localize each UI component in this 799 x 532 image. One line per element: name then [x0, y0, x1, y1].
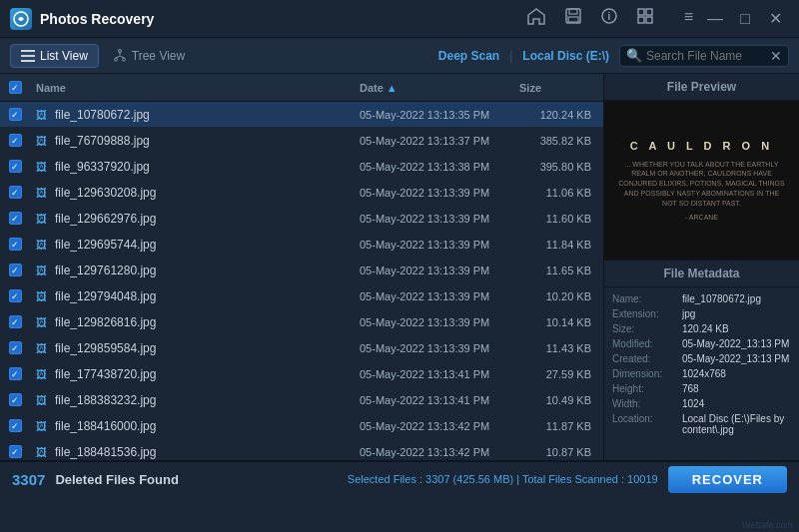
- size-column-header[interactable]: Size: [513, 82, 603, 94]
- file-row[interactable]: 🖼 file_129662976.jpg 05-May-2022 13:13:3…: [0, 206, 603, 232]
- row-checkbox[interactable]: [9, 264, 22, 276]
- file-size: 10.49 KB: [513, 394, 603, 406]
- hamburger-icon[interactable]: ≡: [684, 8, 693, 30]
- meta-label: Location:: [612, 413, 682, 435]
- file-icon: 🖼: [36, 420, 50, 432]
- select-all-checkbox[interactable]: [9, 81, 22, 94]
- file-size: 11.60 KB: [513, 213, 603, 225]
- file-size: 120.24 KB: [513, 109, 603, 121]
- row-checkbox[interactable]: [9, 445, 22, 458]
- file-size: 10.20 KB: [513, 290, 603, 302]
- row-checkbox[interactable]: [9, 186, 22, 199]
- file-icon: 🖼: [36, 109, 50, 121]
- meta-label: Size:: [612, 323, 682, 334]
- svg-rect-12: [21, 60, 35, 62]
- row-checkbox[interactable]: [9, 108, 22, 121]
- file-row[interactable]: 🖼 file_188416000.jpg 05-May-2022 13:13:4…: [0, 413, 603, 439]
- info-icon[interactable]: i: [600, 7, 618, 30]
- file-icon: 🖼: [36, 265, 50, 276]
- file-name: 🖼 file_188383232.jpg: [30, 393, 354, 407]
- meta-value: 05-May-2022_13:13 PM: [682, 338, 791, 349]
- file-icon: 🖼: [36, 394, 50, 406]
- toolbar-right: Deep Scan | Local Disc (E:\) 🔍 ✕: [438, 45, 789, 67]
- metadata-row: Width:1024: [612, 398, 791, 409]
- close-button[interactable]: ✕: [761, 8, 789, 30]
- file-row[interactable]: 🖼 file_96337920.jpg 05-May-2022 13:13:38…: [0, 154, 603, 180]
- grid-icon[interactable]: [636, 7, 654, 30]
- search-input[interactable]: [646, 49, 766, 63]
- file-row[interactable]: 🖼 file_129761280.jpg 05-May-2022 13:13:3…: [0, 258, 603, 283]
- row-checkbox[interactable]: [9, 238, 22, 251]
- file-date: 05-May-2022 13:13:42 PM: [354, 420, 513, 432]
- svg-rect-6: [638, 9, 644, 15]
- file-icon: 🖼: [36, 187, 50, 199]
- file-icon: 🖼: [36, 446, 50, 458]
- meta-label: Extension:: [612, 308, 682, 319]
- minimize-button[interactable]: —: [701, 8, 729, 30]
- search-icon: 🔍: [626, 48, 642, 63]
- file-row[interactable]: 🖼 file_129859584.jpg 05-May-2022 13:13:3…: [0, 335, 603, 361]
- list-view-button[interactable]: List View: [10, 44, 99, 68]
- row-checkbox[interactable]: [9, 393, 22, 406]
- file-size: 10.14 KB: [513, 316, 603, 328]
- file-row[interactable]: 🖼 file_129630208.jpg 05-May-2022 13:13:3…: [0, 180, 603, 206]
- row-checkbox[interactable]: [9, 315, 22, 328]
- save-icon[interactable]: [564, 7, 582, 30]
- recover-button[interactable]: RECOVER: [668, 466, 787, 493]
- file-row[interactable]: 🖼 file_10780672.jpg 05-May-2022 13:13:35…: [0, 102, 603, 128]
- home-icon[interactable]: [526, 7, 546, 30]
- clear-search-icon[interactable]: ✕: [770, 48, 782, 64]
- file-row[interactable]: 🖼 file_188383232.jpg 05-May-2022 13:13:4…: [0, 387, 603, 413]
- file-row[interactable]: 🖼 file_177438720.jpg 05-May-2022 13:13:4…: [0, 361, 603, 387]
- file-name: 🖼 file_96337920.jpg: [30, 160, 354, 174]
- app-title: Photos Recovery: [40, 11, 526, 27]
- svg-point-13: [118, 49, 121, 52]
- file-row[interactable]: 🖼 file_129794048.jpg 05-May-2022 13:13:3…: [0, 283, 603, 309]
- file-date: 05-May-2022 13:13:41 PM: [354, 394, 513, 406]
- metadata-row: Created:05-May-2022_13:13 PM: [612, 353, 791, 364]
- metadata-row: Name:file_10780672.jpg: [612, 293, 791, 304]
- deep-scan-button[interactable]: Deep Scan: [438, 49, 499, 63]
- row-checkbox[interactable]: [9, 419, 22, 432]
- file-size: 11.87 KB: [513, 420, 603, 432]
- preview-panel: File Preview C A U L D R O N ... WHETHER…: [604, 74, 799, 460]
- row-checkbox[interactable]: [9, 367, 22, 380]
- maximize-button[interactable]: □: [731, 8, 759, 30]
- svg-point-17: [114, 58, 117, 61]
- file-date: 05-May-2022 13:13:39 PM: [354, 213, 513, 225]
- file-row[interactable]: 🖼 file_188481536.jpg 05-May-2022 13:13:4…: [0, 439, 603, 460]
- list-header: Name Date ▲ Size: [0, 74, 603, 102]
- status-detail: Selected Files : 3307 (425.56 MB) | Tota…: [348, 473, 658, 485]
- meta-value: 1024x768: [682, 368, 791, 379]
- cauldron-author: - ARCANE: [685, 214, 718, 221]
- tree-view-label: Tree View: [132, 49, 185, 63]
- file-name: 🖼 file_129826816.jpg: [30, 315, 354, 329]
- file-name: 🖼 file_177438720.jpg: [30, 367, 354, 381]
- file-size: 11.84 KB: [513, 239, 603, 251]
- name-column-header[interactable]: Name: [30, 82, 354, 94]
- date-column-header[interactable]: Date ▲: [354, 82, 513, 94]
- local-disc-button[interactable]: Local Disc (E:\): [522, 49, 609, 63]
- row-checkbox[interactable]: [9, 289, 22, 302]
- file-date: 05-May-2022 13:13:38 PM: [354, 161, 513, 173]
- file-icon: 🖼: [36, 368, 50, 380]
- meta-value: 05-May-2022_13:13 PM: [682, 353, 791, 364]
- row-checkbox[interactable]: [9, 341, 22, 354]
- file-size: 11.65 KB: [513, 265, 603, 276]
- tree-view-button[interactable]: Tree View: [103, 45, 195, 67]
- title-nav: i: [526, 7, 654, 30]
- meta-value: Local Disc (E:\)Files by content\.jpg: [682, 413, 791, 435]
- row-checkbox[interactable]: [9, 212, 22, 225]
- metadata-row: Size:120.24 KB: [612, 323, 791, 334]
- file-date: 05-May-2022 13:13:39 PM: [354, 316, 513, 328]
- deleted-label: Deleted Files Found: [55, 472, 179, 487]
- row-checkbox[interactable]: [9, 134, 22, 147]
- file-row[interactable]: 🖼 file_129695744.jpg 05-May-2022 13:13:3…: [0, 232, 603, 258]
- status-bar: 3307 Deleted Files Found Selected Files …: [0, 460, 799, 496]
- file-row[interactable]: 🖼 file_76709888.jpg 05-May-2022 13:13:37…: [0, 128, 603, 154]
- file-row[interactable]: 🖼 file_129826816.jpg 05-May-2022 13:13:3…: [0, 309, 603, 335]
- row-checkbox[interactable]: [9, 160, 22, 173]
- svg-point-18: [122, 58, 125, 61]
- svg-text:i: i: [607, 11, 610, 22]
- file-size: 27.59 KB: [513, 368, 603, 380]
